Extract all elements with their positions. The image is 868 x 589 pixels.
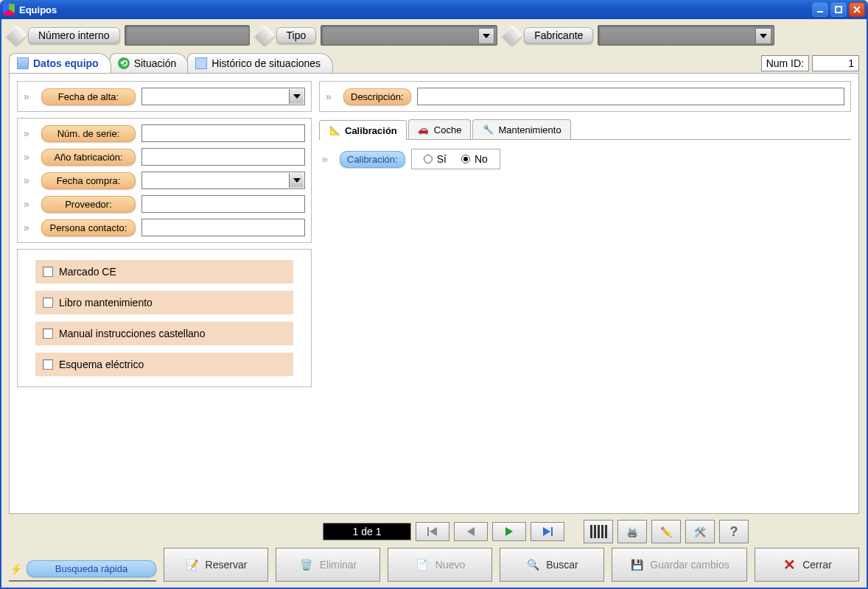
wrench-icon: 🔧 (482, 124, 494, 135)
radio-no[interactable]: No (461, 153, 488, 165)
ano-fabricacion-label: Año fabricación: (41, 149, 136, 166)
checkbox-label: Marcado CE (59, 266, 116, 278)
chevron-icon: » (24, 151, 35, 163)
last-page-button[interactable] (531, 522, 564, 541)
subtab-label: Calibración (345, 125, 397, 136)
close-icon: ✕ (782, 557, 797, 572)
fabricante-label: Fabricante (524, 27, 593, 43)
descripcion-input[interactable] (417, 88, 844, 105)
guardar-button[interactable]: 💾 Guardar cambios (612, 548, 747, 582)
proveedor-input[interactable] (141, 195, 305, 213)
checkbox-marcado-ce[interactable]: Marcado CE (35, 260, 293, 283)
maximize-button[interactable] (830, 2, 847, 17)
nuevo-button[interactable]: 📄 Nuevo (388, 548, 492, 582)
diamond-icon (253, 25, 274, 46)
proveedor-label: Proveedor: (41, 196, 136, 213)
new-icon: 📄 (415, 557, 430, 572)
checkbox-manual-instrucciones[interactable]: Manual instrucciones castellano (35, 322, 293, 345)
svg-marker-3 (430, 527, 437, 536)
fecha-compra-select[interactable] (141, 172, 305, 189)
quick-search-input[interactable] (9, 580, 156, 582)
next-page-button[interactable] (492, 522, 526, 541)
window-title: Equipos (19, 4, 812, 15)
descripcion-label: Descripción: (343, 88, 411, 105)
numero-interno-input[interactable] (125, 25, 250, 46)
delete-icon: 🗑️ (299, 557, 314, 572)
car-icon: 🚗 (418, 124, 430, 135)
persona-contacto-input[interactable] (141, 219, 305, 236)
num-id-value: 1 (812, 55, 859, 71)
tab-datos-equipo[interactable]: Datos equipo (9, 53, 111, 73)
checkbox-libro-mantenimiento[interactable]: Libro mantenimiento (35, 291, 293, 314)
fabricante-select[interactable] (598, 25, 774, 46)
radio-label: No (475, 153, 488, 165)
subtab-coche[interactable]: 🚗 Coche (408, 119, 472, 139)
save-icon: 💾 (629, 557, 644, 572)
main-panel: » Fecha de alta: » Núm. de serie: » Año … (9, 73, 859, 514)
tipo-select[interactable] (321, 25, 497, 46)
svg-marker-6 (543, 527, 550, 536)
svg-rect-2 (427, 527, 429, 536)
checkbox-icon (43, 359, 53, 370)
edit-button[interactable]: ✏️ (651, 520, 681, 543)
minimize-button[interactable] (812, 2, 828, 17)
num-serie-input[interactable] (141, 124, 305, 142)
ano-fabricacion-input[interactable] (141, 148, 305, 166)
checkbox-esquema-electrico[interactable]: Esquema eléctrico (35, 353, 293, 376)
chevron-icon: » (24, 222, 35, 233)
subtab-label: Coche (434, 124, 462, 135)
svg-marker-5 (505, 527, 513, 536)
checkbox-label: Libro mantenimiento (59, 297, 153, 308)
num-id-label: Num ID: (761, 55, 809, 71)
first-page-button[interactable] (416, 522, 449, 541)
fecha-alta-select[interactable] (141, 88, 305, 105)
tab-label: Situación (134, 57, 177, 69)
calibration-icon: 📐 (329, 124, 340, 136)
filter-bar: Número interno Tipo Fabricante (9, 25, 859, 46)
radio-si[interactable]: Sí (424, 153, 447, 165)
radio-label: Sí (437, 153, 447, 165)
chevron-icon: » (322, 153, 334, 165)
button-label: Reservar (206, 559, 248, 571)
lightning-icon: ⚡ (9, 562, 22, 576)
client-area: Número interno Tipo Fabricante Datos equ… (0, 19, 868, 589)
buscar-button[interactable]: 🔍 Buscar (500, 548, 604, 582)
tab-historico[interactable]: Histórico de situaciones (187, 53, 333, 73)
help-button[interactable]: ? (719, 520, 749, 543)
close-button[interactable] (849, 2, 865, 17)
cerrar-button[interactable]: ✕ Cerrar (755, 548, 859, 582)
reservar-button[interactable]: 📝 Reservar (164, 548, 268, 582)
quick-search-label: Busqueda rápida (27, 560, 156, 577)
tools-button[interactable]: 🛠️ (685, 520, 715, 543)
prev-page-button[interactable] (454, 522, 488, 541)
subtab-mantenimiento[interactable]: 🔧 Mantenimiento (472, 119, 570, 139)
calibracion-label: Calibración: (340, 151, 405, 168)
radio-icon (424, 155, 433, 163)
button-label: Buscar (546, 559, 578, 571)
chevron-icon: » (24, 91, 35, 102)
tab-label: Datos equipo (33, 57, 99, 69)
button-label: Eliminar (320, 559, 357, 571)
tab-label: Histórico de situaciones (211, 57, 321, 69)
svg-rect-7 (551, 527, 553, 536)
checkbox-label: Esquema eléctrico (59, 359, 144, 370)
eliminar-button[interactable]: 🗑️ Eliminar (276, 548, 380, 582)
document-icon (17, 57, 29, 69)
checkbox-icon (43, 328, 53, 339)
tab-situacion[interactable]: ⟲ Situación (110, 53, 189, 73)
diamond-icon (502, 25, 522, 46)
chevron-icon: » (24, 174, 35, 186)
calibracion-radio-group: Sí No (411, 149, 500, 169)
app-icon (3, 4, 15, 15)
subtab-calibracion[interactable]: 📐 Calibración (319, 120, 407, 140)
numero-interno-label: Número interno (28, 27, 120, 43)
barcode-button[interactable] (584, 520, 613, 543)
button-label: Guardar cambios (650, 559, 729, 571)
list-icon (195, 57, 207, 69)
chevron-icon: » (24, 127, 35, 139)
checkbox-icon (43, 297, 53, 308)
button-label: Nuevo (435, 559, 465, 571)
radio-icon (461, 155, 470, 163)
print-button[interactable]: 🖨️ (617, 520, 647, 543)
chevron-icon: » (24, 198, 35, 210)
